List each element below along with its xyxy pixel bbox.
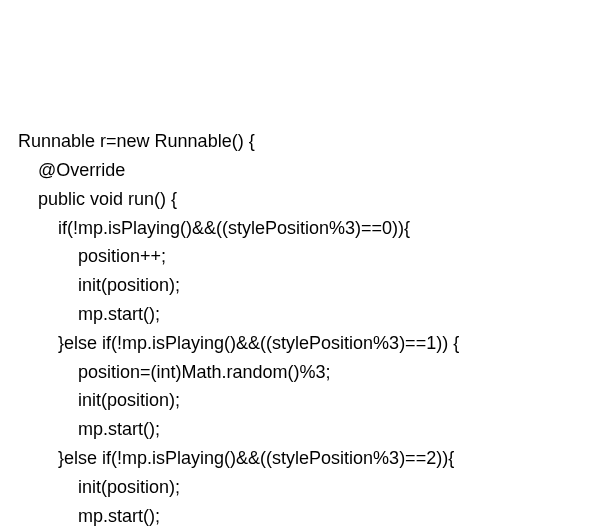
code-line: init(position);: [18, 477, 180, 497]
code-line: init(position);: [18, 390, 180, 410]
code-line: Runnable r=new Runnable() {: [18, 131, 255, 151]
code-line: }else if(!mp.isPlaying()&&((stylePositio…: [18, 333, 459, 353]
code-line: }else if(!mp.isPlaying()&&((stylePositio…: [18, 448, 454, 468]
code-line: public void run() {: [18, 189, 177, 209]
code-line: position++;: [18, 246, 166, 266]
code-line: mp.start();: [18, 419, 160, 439]
code-line: mp.start();: [18, 506, 160, 526]
code-line: mp.start();: [18, 304, 160, 324]
code-line: position=(int)Math.random()%3;: [18, 362, 331, 382]
code-block: Runnable r=new Runnable() { @Override pu…: [18, 127, 581, 529]
code-line: if(!mp.isPlaying()&&((stylePosition%3)==…: [18, 218, 410, 238]
code-line: init(position);: [18, 275, 180, 295]
code-line: @Override: [18, 160, 125, 180]
